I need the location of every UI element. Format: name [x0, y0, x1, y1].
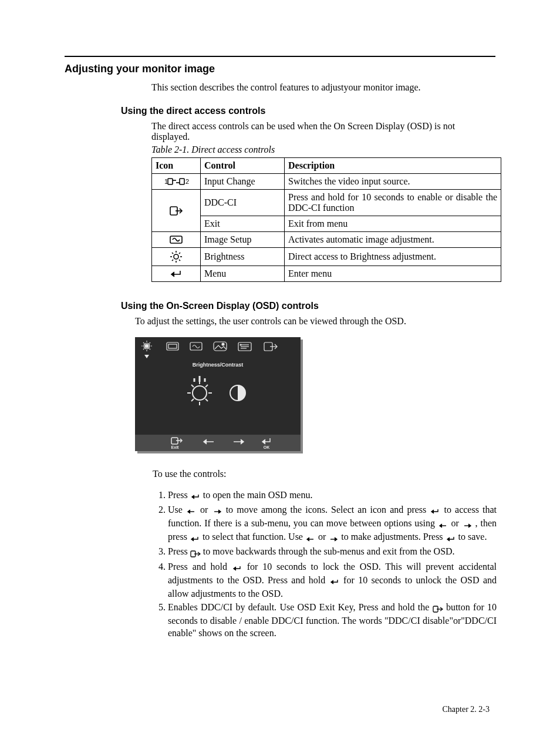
enter-icon — [152, 266, 201, 282]
step-text: Press — [168, 546, 190, 556]
svg-line-17 — [179, 253, 180, 254]
direct-access-controls-table: Icon Control Description 1 2 — [151, 157, 501, 282]
table-cell-control: Input Change — [201, 174, 285, 190]
enter-icon — [446, 532, 456, 544]
enter-icon — [430, 505, 440, 517]
osd-intro-text: To adjust the settings, the user control… — [135, 316, 495, 327]
section-intro-text: This section describes the control featu… — [151, 82, 495, 93]
svg-line-16 — [172, 260, 173, 261]
table-header-description: Description — [285, 158, 501, 174]
table-cell-control: Exit — [201, 216, 285, 232]
enter-icon — [232, 562, 242, 574]
instructions-list: Press to open the main OSD menu. Use or … — [153, 489, 497, 639]
step-text: Press — [168, 490, 190, 500]
table-cell-description: Switches the video input source. — [285, 174, 501, 190]
svg-point-35 — [222, 343, 224, 345]
step-text: or — [448, 518, 462, 528]
right-arrow-icon — [328, 532, 339, 544]
svg-point-40 — [240, 344, 241, 345]
image-setup-icon — [152, 232, 201, 248]
exit-icon — [433, 602, 443, 614]
table-row: Menu Enter menu — [152, 266, 501, 282]
list-item: Press and hold for 10 seconds to lock th… — [168, 560, 497, 600]
table-header-icon: Icon — [152, 158, 201, 174]
left-arrow-icon — [438, 518, 448, 530]
svg-line-15 — [179, 260, 180, 261]
subsection-heading-direct-access: Using the direct access controls — [121, 106, 495, 116]
svg-rect-19 — [135, 337, 301, 451]
table-cell-description: Activates automatic image adjustment. — [285, 232, 501, 248]
svg-point-29 — [145, 344, 149, 348]
table-cell-control: Brightness — [201, 248, 285, 266]
osd-ok-label: OK — [264, 445, 270, 449]
step-text: to move among the icons. Select an icon … — [222, 505, 430, 515]
svg-line-14 — [172, 253, 173, 254]
step-text: to make adjustments. Press — [339, 532, 445, 542]
list-item: Press to move backwards through the sub-… — [168, 545, 497, 559]
table-header-control: Control — [201, 158, 285, 174]
step-text: to move backwards through the sub-menus … — [201, 546, 455, 556]
step-text: to select that function. Use — [200, 532, 305, 542]
list-item: Enables DDC/CI by default. Use OSD Exit … — [168, 601, 497, 639]
horizontal-rule — [65, 56, 495, 57]
table-cell-description: Press and hold for 10 seconds to enable … — [285, 190, 501, 216]
osd-screenshot: Brightness/Contrast — [135, 337, 495, 456]
step-text: Press and hold — [168, 562, 232, 572]
document-page: Adjusting your monitor image This sectio… — [0, 0, 560, 746]
right-arrow-icon — [462, 518, 473, 530]
right-arrow-icon — [212, 505, 222, 517]
left-arrow-icon — [186, 505, 197, 517]
brightness-icon — [152, 248, 201, 266]
table-row: Exit Exit from menu — [152, 216, 501, 232]
svg-rect-56 — [135, 435, 301, 451]
table-cell-control: Image Setup — [201, 232, 285, 248]
step-text: Use — [168, 505, 186, 515]
exit-icon — [190, 546, 201, 559]
enter-icon — [190, 532, 200, 544]
table-caption: Table 2-1. Direct access controls — [151, 145, 495, 155]
page-footer: Chapter 2. 2-3 — [443, 705, 490, 714]
table-row: 1 2 Input Change Switches the video inpu… — [152, 174, 501, 190]
step-text: or — [197, 505, 212, 515]
table-row: Image Setup Activates automatic image ad… — [152, 232, 501, 248]
step-text: to save. — [456, 532, 487, 542]
osd-exit-label: Exit — [171, 445, 180, 449]
table-cell-description: Direct access to Brightness adjustment. — [285, 248, 501, 266]
step-text: to open the main OSD menu. — [201, 490, 313, 500]
instructions-lead: To use the controls: — [153, 469, 495, 479]
subsection-heading-osd: Using the On-Screen Display (OSD) contro… — [121, 301, 495, 311]
table-cell-description: Exit from menu — [285, 216, 501, 232]
table-row: Brightness Direct access to Brightness a… — [152, 248, 501, 266]
input-change-icon: 1 2 — [152, 174, 201, 190]
table-cell-description: Enter menu — [285, 266, 501, 282]
enter-icon — [190, 490, 201, 502]
exit-icon — [152, 190, 201, 232]
subsection-intro-text: The direct access controls can be used w… — [151, 121, 495, 142]
table-cell-control: Menu — [201, 266, 285, 282]
step-text: Enables DDC/CI by default. Use OSD Exit … — [168, 602, 433, 612]
table-cell-control: DDC-CI — [201, 190, 285, 216]
enter-icon — [329, 575, 340, 587]
section-heading: Adjusting your monitor image — [65, 63, 495, 75]
svg-text:2: 2 — [185, 178, 189, 185]
osd-title: Brightness/Contrast — [193, 362, 244, 368]
table-header-row: Icon Control Description — [152, 158, 501, 174]
step-text: or — [316, 532, 328, 542]
list-item: Press to open the main OSD menu. — [168, 489, 497, 502]
left-arrow-icon — [305, 532, 316, 544]
svg-rect-4 — [180, 179, 184, 184]
svg-point-9 — [174, 254, 178, 259]
table-row: DDC-CI Press and hold for 10 seconds to … — [152, 190, 501, 216]
list-item: Use or to move among the icons. Select a… — [168, 503, 497, 544]
svg-rect-1 — [168, 179, 173, 184]
